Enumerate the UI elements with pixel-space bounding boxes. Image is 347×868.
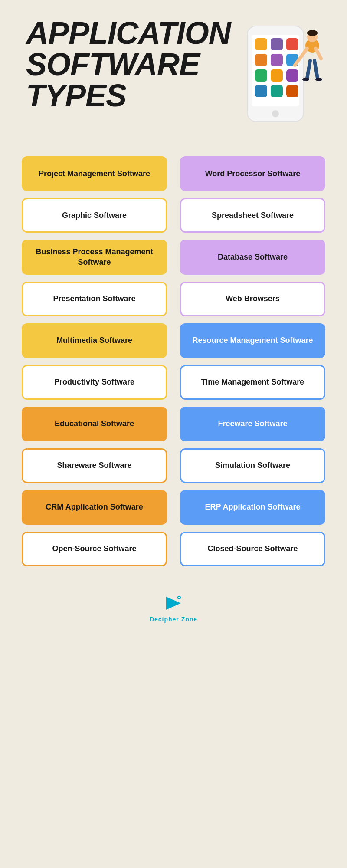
card-shareware: Shareware Software bbox=[22, 448, 167, 483]
card-spreadsheet: Spreadsheet Software bbox=[180, 198, 325, 233]
svg-point-22 bbox=[315, 78, 322, 81]
svg-line-20 bbox=[314, 61, 318, 78]
card-educational: Educational Software bbox=[22, 407, 167, 441]
page-title: APPLICATION SOFTWARE TYPES bbox=[26, 17, 239, 111]
cards-grid: Project Management SoftwareWord Processo… bbox=[0, 143, 347, 584]
footer-section: Decipher Zone bbox=[150, 584, 197, 636]
card-database: Database Software bbox=[180, 240, 325, 275]
card-resource-mgmt: Resource Management Software bbox=[180, 323, 325, 358]
card-presentation: Presentation Software bbox=[22, 282, 167, 316]
card-crm: CRM Application Software bbox=[22, 490, 167, 525]
card-closed-source: Closed-Source Software bbox=[180, 532, 325, 566]
svg-rect-9 bbox=[271, 69, 283, 82]
svg-rect-8 bbox=[255, 69, 267, 82]
svg-point-26 bbox=[178, 597, 180, 598]
svg-rect-10 bbox=[286, 69, 298, 82]
footer-logo: Decipher Zone bbox=[150, 592, 197, 623]
svg-rect-3 bbox=[271, 38, 283, 50]
phone-illustration bbox=[239, 22, 325, 135]
svg-rect-2 bbox=[255, 38, 267, 50]
card-project-mgmt: Project Management Software bbox=[22, 156, 167, 191]
svg-point-14 bbox=[272, 110, 279, 117]
card-freeware: Freeware Software bbox=[180, 407, 325, 441]
card-erp: ERP Application Software bbox=[180, 490, 325, 525]
header-section: APPLICATION SOFTWARE TYPES bbox=[0, 0, 347, 143]
card-word-processor: Word Processor Software bbox=[180, 156, 325, 191]
card-multimedia: Multimedia Software bbox=[22, 323, 167, 358]
svg-rect-6 bbox=[271, 54, 283, 66]
brand-name: Decipher Zone bbox=[150, 616, 197, 623]
svg-rect-13 bbox=[286, 85, 298, 97]
card-simulation: Simulation Software bbox=[180, 448, 325, 483]
card-web-browsers: Web Browsers bbox=[180, 282, 325, 316]
brand-logo-icon bbox=[163, 592, 184, 614]
card-business-process: Business Process Management Software bbox=[22, 240, 167, 275]
svg-rect-4 bbox=[286, 38, 298, 50]
card-open-source: Open-Source Software bbox=[22, 532, 167, 566]
title-block: APPLICATION SOFTWARE TYPES bbox=[26, 17, 239, 111]
svg-line-23 bbox=[316, 49, 321, 59]
card-productivity: Productivity Software bbox=[22, 365, 167, 400]
svg-line-19 bbox=[307, 61, 310, 78]
card-time-mgmt: Time Management Software bbox=[180, 365, 325, 400]
card-graphic: Graphic Software bbox=[22, 198, 167, 233]
svg-point-21 bbox=[302, 78, 309, 81]
svg-rect-11 bbox=[255, 85, 267, 97]
svg-rect-12 bbox=[271, 85, 283, 97]
svg-rect-5 bbox=[255, 54, 267, 66]
svg-point-17 bbox=[307, 30, 318, 36]
